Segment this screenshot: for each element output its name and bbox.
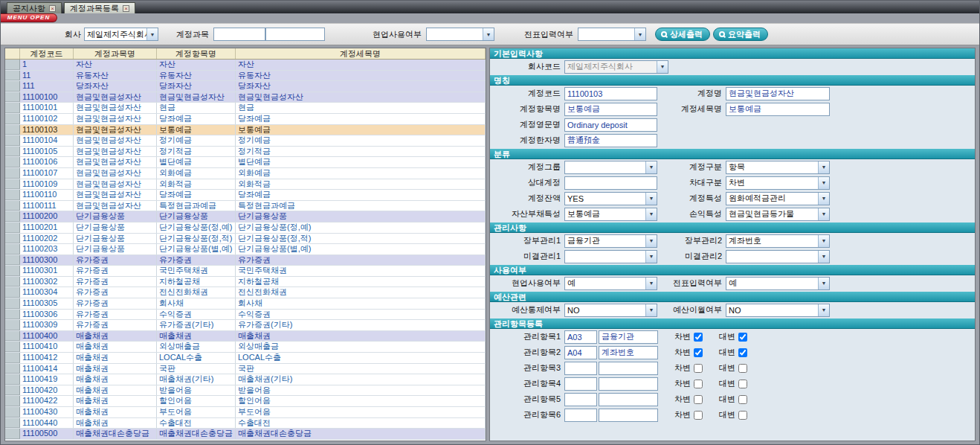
dropdown-arrow-icon[interactable]: ▼ <box>818 208 829 220</box>
table-row[interactable]: 11100101현금및현금성자산현금현금 <box>5 103 486 114</box>
table-row[interactable]: 11100301유가증권국민주택채권국민주택채권 <box>5 266 486 277</box>
table-row[interactable]: 11100419매출채권매출채권(기타)매출채권(기타) <box>5 374 486 385</box>
mgmt-item1-code-input[interactable] <box>564 330 597 344</box>
row-selector[interactable] <box>5 81 20 92</box>
row-selector[interactable] <box>5 353 20 363</box>
column-header[interactable]: 계정항목명 <box>157 48 236 59</box>
dropdown-arrow-icon[interactable]: ▼ <box>818 161 829 173</box>
table-row[interactable]: 11100100현금및현금성자산현금및현금성자산현금및현금성자산 <box>5 92 486 103</box>
pending-mgmt2-select[interactable]: ▼ <box>726 250 830 263</box>
row-selector[interactable] <box>5 385 20 396</box>
row-selector[interactable] <box>5 190 20 200</box>
dropdown-arrow-icon[interactable]: ▼ <box>818 304 829 316</box>
field-use-select[interactable]: ▼ <box>426 28 494 41</box>
mgmt-item6-credit-checkbox[interactable] <box>738 411 747 420</box>
dropdown-arrow-icon[interactable]: ▼ <box>818 177 829 189</box>
table-row[interactable]: 111당좌자산당좌자산당좌자산 <box>5 81 486 92</box>
row-selector[interactable] <box>5 135 20 146</box>
row-selector[interactable] <box>5 125 20 135</box>
close-icon[interactable]: × <box>49 5 56 12</box>
mgmt-item2-name-input[interactable] <box>599 346 658 359</box>
row-selector[interactable] <box>5 407 20 417</box>
row-selector[interactable] <box>5 244 20 254</box>
mgmt-item5-name-input[interactable] <box>599 393 658 406</box>
row-selector[interactable] <box>5 374 20 385</box>
table-row[interactable]: 11100203단기금융상품단기금융상품(별,예)단기금융상품(별,예) <box>5 244 486 255</box>
row-selector[interactable] <box>5 211 20 222</box>
table-row[interactable]: 11100414매출채권국판국판 <box>5 364 486 375</box>
row-selector[interactable] <box>5 396 20 406</box>
mgmt-item6-name-input[interactable] <box>599 409 658 422</box>
tab-notice[interactable]: 공지사항 × <box>7 2 62 13</box>
company-select[interactable]: 제일제지주식회사 ▼ <box>84 28 158 41</box>
table-row[interactable]: 11100111현금및현금성자산특정현금과예금특정현금과예금 <box>5 201 486 212</box>
table-row[interactable]: 1자산자산자산 <box>5 60 486 71</box>
mgmt-item6-code-input[interactable] <box>564 409 597 422</box>
row-selector[interactable] <box>5 222 20 233</box>
table-row[interactable]: 11100104현금및현금성자산정기예금정기예금 <box>5 135 486 147</box>
dropdown-arrow-icon[interactable]: ▼ <box>645 208 657 220</box>
table-row[interactable]: 11100306유가증권수익증권수익증권 <box>5 310 486 321</box>
mgmt-item5-credit-checkbox[interactable] <box>738 395 747 404</box>
account-name-input[interactable] <box>726 87 830 100</box>
row-selector[interactable] <box>5 364 20 374</box>
table-row[interactable]: 11100410매출채권외상매출금외상매출금 <box>5 342 486 353</box>
column-header[interactable]: 계정과목명 <box>74 48 157 59</box>
dropdown-arrow-icon[interactable]: ▼ <box>818 235 829 247</box>
mgmt-item1-name-input[interactable] <box>599 330 658 344</box>
account-attribute-select[interactable]: 원화예적금관리▼ <box>726 192 830 205</box>
table-row[interactable]: 11100400매출채권매출채권매출채권 <box>5 331 486 342</box>
table-row[interactable]: 11100302유가증권지하철공채지하철공채 <box>5 277 486 288</box>
table-row[interactable]: 11100304유가증권전신전화채권전신전화채권 <box>5 287 486 298</box>
table-row[interactable]: 11100440매출채권수출대전수출대전 <box>5 418 486 429</box>
slip-entry-yn-select[interactable]: 예▼ <box>726 277 830 290</box>
mgmt-item2-credit-checkbox[interactable] <box>738 348 747 357</box>
mgmt-item5-code-input[interactable] <box>564 393 597 406</box>
budget-carryover-yn-select[interactable]: NO▼ <box>726 304 830 317</box>
mgmt-item3-name-input[interactable] <box>599 362 658 375</box>
row-selector[interactable] <box>5 103 20 113</box>
account-english-name-input[interactable] <box>564 118 657 132</box>
table-row[interactable]: 11100107현금및현금성자산외화예금외화예금 <box>5 168 486 179</box>
row-selector[interactable] <box>5 71 20 81</box>
dropdown-arrow-icon[interactable]: ▼ <box>657 61 668 73</box>
close-icon[interactable]: × <box>123 5 129 12</box>
mgmt-item3-debit-checkbox[interactable] <box>694 364 703 373</box>
dropdown-arrow-icon[interactable]: ▼ <box>645 193 657 205</box>
column-header[interactable]: 계정코드 <box>20 48 74 59</box>
row-selector[interactable] <box>5 277 20 287</box>
account-group-select[interactable]: ▼ <box>564 161 657 174</box>
row-selector[interactable] <box>5 331 20 342</box>
table-row[interactable]: 11100109현금및현금성자산외화적금외화적금 <box>5 179 486 191</box>
table-row[interactable]: 11100300유가증권유가증권유가증권 <box>5 255 486 266</box>
mgmt-item4-debit-checkbox[interactable] <box>694 380 703 388</box>
table-row[interactable]: 11100412매출채권LOCAL수출LOCAL수출 <box>5 353 486 364</box>
table-row[interactable]: 11100430매출채권부도어음부도어음 <box>5 407 486 418</box>
profit-loss-attribute-select[interactable]: 현금및현금등가물▼ <box>726 208 830 221</box>
mgmt-item4-name-input[interactable] <box>599 377 658 391</box>
row-selector[interactable] <box>5 234 20 244</box>
table-row[interactable]: 11100103현금및현금성자산보통예금보통예금 <box>5 125 486 136</box>
table-row[interactable]: 11100110현금및현금성자산당좌예금당좌예금 <box>5 190 486 201</box>
company-code-select[interactable]: 제일제지주식회사▼ <box>564 60 668 74</box>
account-code-filter-input[interactable] <box>213 28 265 41</box>
mgmt-item2-debit-checkbox[interactable] <box>694 348 703 357</box>
dropdown-arrow-icon[interactable]: ▼ <box>818 251 829 263</box>
ledger-mgmt2-select[interactable]: 계좌번호▼ <box>726 234 830 248</box>
ledger-mgmt1-select[interactable]: 금융기관▼ <box>564 234 657 248</box>
account-class-select[interactable]: 항목▼ <box>726 161 830 174</box>
row-selector[interactable] <box>5 114 20 124</box>
dropdown-arrow-icon[interactable]: ▼ <box>818 193 829 205</box>
row-selector[interactable] <box>5 429 20 439</box>
row-selector[interactable] <box>5 168 20 179</box>
field-use-yn-select[interactable]: 예▼ <box>564 277 657 290</box>
column-header[interactable]: 계정세목명 <box>236 48 486 59</box>
row-selector[interactable] <box>5 418 20 429</box>
dropdown-arrow-icon[interactable]: ▼ <box>146 28 158 40</box>
account-balance-select[interactable]: YES▼ <box>564 192 657 205</box>
dropdown-arrow-icon[interactable]: ▼ <box>634 28 645 40</box>
pending-mgmt1-select[interactable]: ▼ <box>564 250 657 263</box>
row-selector[interactable] <box>5 179 20 190</box>
row-selector[interactable] <box>5 157 20 167</box>
dropdown-arrow-icon[interactable]: ▼ <box>645 304 657 316</box>
